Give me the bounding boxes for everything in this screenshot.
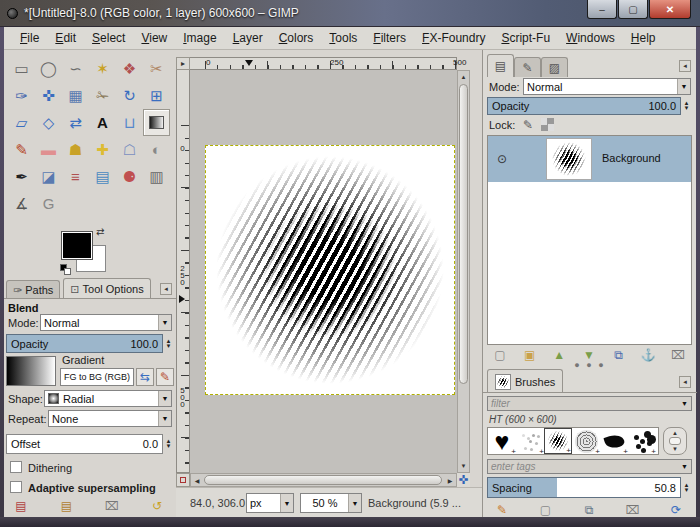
menu-file[interactable]: File — [12, 29, 47, 47]
scroll-up-icon[interactable]: ▲ — [672, 430, 678, 436]
brush-heart[interactable]: ♥ — [488, 428, 516, 454]
tool-fuzzy-select[interactable]: ✶ — [89, 55, 116, 82]
brush-splat[interactable] — [628, 428, 656, 454]
foreground-color-swatch[interactable] — [62, 232, 92, 259]
tool-paintbrush[interactable]: ✎ — [8, 136, 35, 163]
menu-view[interactable]: View — [133, 29, 175, 47]
vertical-scrollbar[interactable]: ▲ ▼ — [457, 70, 470, 473]
tool-hue-saturation[interactable]: ▤ — [89, 163, 116, 190]
spacing-slider[interactable]: Spacing 50.8 — [487, 477, 681, 498]
canvas-menu-button[interactable]: ▸ — [176, 57, 190, 70]
brush-tags-input[interactable]: enter tags ▼ — [487, 459, 692, 474]
menu-tools[interactable]: Tools — [321, 29, 365, 47]
dock-tab-gradients[interactable]: ▨ — [541, 57, 568, 77]
unit-select[interactable]: px ▼ — [246, 493, 294, 513]
edit-brush-button[interactable]: ✎ — [491, 502, 513, 518]
offset-spinner[interactable]: ▲▼ — [164, 434, 173, 454]
edit-gradient-button[interactable]: ✎ — [156, 368, 174, 386]
repeat-select[interactable]: None ▼ — [48, 410, 172, 427]
menu-script-fu[interactable]: Script-Fu — [493, 29, 558, 47]
menu-fx-foundry[interactable]: FX-Foundry — [414, 29, 493, 47]
tool-blend[interactable] — [143, 109, 170, 136]
close-button[interactable]: ✕ — [649, 0, 691, 19]
dock-menu-button[interactable]: ◂ — [679, 60, 691, 72]
quick-mask-toggle[interactable] — [176, 473, 190, 487]
blend-mode-select[interactable]: Normal ▼ — [40, 314, 172, 331]
tool-ink[interactable]: ✒ — [8, 163, 35, 190]
scroll-up-icon[interactable]: ▲ — [458, 71, 469, 83]
tool-eraser[interactable]: ▬ — [35, 136, 62, 163]
tool-scissors-select[interactable]: ✂ — [143, 55, 170, 82]
tool-rotate[interactable]: ↻ — [116, 82, 143, 109]
dithering-checkbox[interactable] — [10, 461, 22, 473]
dock-tab-channels[interactable]: ✎ — [514, 57, 541, 77]
brush-leaf[interactable] — [600, 428, 628, 454]
tool-gegl[interactable]: G — [35, 190, 62, 217]
tool-smudge[interactable]: ◪ — [35, 163, 62, 190]
new-brush-button[interactable]: ▢ — [535, 502, 557, 518]
menu-windows[interactable]: Windows — [558, 29, 623, 47]
swap-colors-icon[interactable]: ⇄ — [96, 226, 104, 237]
shape-select[interactable]: Radial ▼ — [44, 390, 172, 407]
tool-move[interactable]: ✜ — [35, 82, 62, 109]
tool-rectangle-select[interactable]: ▭ — [8, 55, 35, 82]
tool-paths[interactable]: ✑ — [8, 82, 35, 109]
tool-ellipse-select[interactable]: ◯ — [35, 55, 62, 82]
dock-tab-layers[interactable]: ▤ — [487, 54, 514, 77]
brush-ht[interactable] — [544, 428, 572, 454]
dock-menu-button[interactable]: ◂ — [160, 283, 172, 295]
menu-layer[interactable]: Layer — [225, 29, 271, 47]
zoom-select[interactable]: 50 % ▼ — [300, 493, 362, 513]
scroll-left-icon[interactable]: ◀ — [191, 475, 203, 485]
brush-filter-input[interactable]: filter ▼ — [487, 396, 692, 411]
minimize-button[interactable]: – — [587, 0, 617, 19]
brush-list-scrollbar[interactable]: ▲ ▼ — [663, 427, 687, 455]
horizontal-scrollbar[interactable]: ◀ ▶ — [190, 473, 457, 487]
dock-splitter-handle[interactable]: ● ● ● — [483, 361, 697, 369]
tool-shear[interactable]: ▱ — [8, 109, 35, 136]
vertical-ruler[interactable]: 0 250 500 — [176, 70, 190, 473]
offset-slider[interactable]: Offset 0.0 — [6, 434, 163, 454]
maximize-button[interactable]: ▢ — [618, 0, 648, 19]
scroll-right-icon[interactable]: ▶ — [444, 475, 456, 485]
tool-flip[interactable]: ⇄ — [62, 109, 89, 136]
spacing-spinner[interactable]: ▲▼ — [682, 477, 691, 498]
layer-mode-select[interactable]: Normal ▼ — [523, 78, 691, 95]
layer-row-background[interactable]: ⊙ Background — [488, 136, 691, 182]
menu-filters[interactable]: Filters — [365, 29, 414, 47]
menu-select[interactable]: Select — [84, 29, 133, 47]
reset-options-button[interactable]: ↺ — [146, 498, 168, 514]
tool-clone[interactable]: ☗ — [62, 136, 89, 163]
gradient-reverse-button[interactable]: ⇆ — [136, 368, 154, 386]
adaptive-supersampling-checkbox[interactable] — [10, 481, 22, 493]
reset-colors-icon[interactable] — [60, 264, 72, 276]
duplicate-brush-button[interactable]: ⧉ — [578, 502, 600, 518]
menu-image[interactable]: Image — [175, 29, 224, 47]
opacity-spinner[interactable]: ▲▼ — [164, 334, 173, 353]
tool-free-select[interactable]: ∽ — [62, 55, 89, 82]
tool-text[interactable]: A — [89, 109, 116, 136]
tool-levels[interactable]: ▥ — [143, 163, 170, 190]
delete-brush-button[interactable]: ⌧ — [622, 502, 644, 518]
tab-tool-options[interactable]: ⊡ Tool Options — [63, 278, 150, 299]
layer-opacity-spinner[interactable]: ▲▼ — [682, 97, 691, 115]
gradient-preview[interactable] — [6, 356, 56, 386]
gradient-select[interactable]: FG to BG (RGB) — [60, 368, 134, 386]
lock-paint-icon[interactable]: ✎ — [523, 118, 533, 132]
opacity-slider[interactable]: Opacity 100.0 — [6, 334, 163, 353]
tool-align[interactable]: ▦ — [62, 82, 89, 109]
scroll-down-icon[interactable]: ▼ — [458, 460, 469, 472]
layer-opacity-slider[interactable]: Opacity 100.0 — [487, 97, 681, 115]
tool-measure[interactable]: ∡ — [8, 190, 35, 217]
scroll-down-icon[interactable]: ▼ — [672, 446, 678, 452]
restore-options-button[interactable]: ▤ — [55, 498, 77, 514]
brush-dots[interactable] — [516, 428, 544, 454]
visibility-eye-icon[interactable]: ⊙ — [497, 152, 507, 166]
tool-crop[interactable]: ✁ — [89, 82, 116, 109]
navigate-image-icon[interactable]: ✜ — [457, 473, 470, 487]
title-bar[interactable]: *[Untitled]-8.0 (RGB color, 1 layer) 600… — [0, 0, 700, 27]
tool-colorize[interactable]: ⚈ — [116, 163, 143, 190]
tool-color-balance[interactable]: ≡ — [62, 163, 89, 190]
delete-options-button[interactable]: ⌧ — [101, 498, 123, 514]
canvas-viewport[interactable] — [190, 70, 457, 473]
